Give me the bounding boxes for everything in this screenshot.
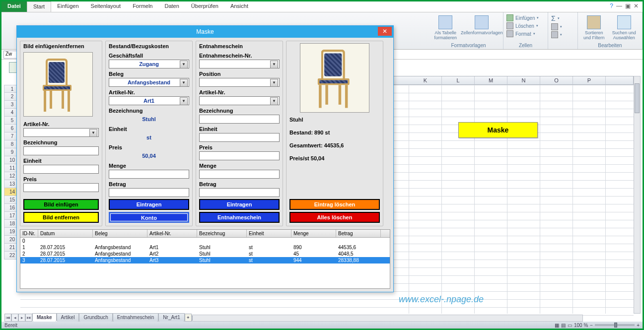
sortieren-icon[interactable]	[587, 15, 601, 29]
label-einheit: Einheit	[199, 126, 280, 132]
tab-nav-last[interactable]: ⏭	[25, 314, 32, 322]
label-preis: Preis	[109, 144, 189, 150]
zoom-controls: ▦ ▤ ▭ 100 % − +	[555, 323, 640, 328]
eintragen-button[interactable]: Eintragen	[109, 199, 189, 210]
menge-field[interactable]	[109, 170, 189, 179]
group-zellen: Einfügen▾ Löschen▾ Format▾ Zellen	[503, 12, 548, 49]
zellen-loeschen[interactable]: Löschen▾	[506, 22, 545, 29]
col-head[interactable]: K	[409, 76, 442, 84]
beleg-combo[interactable]: Anfangsbestand	[109, 78, 189, 87]
fill[interactable]: ▾	[551, 23, 574, 30]
table-row[interactable]: 0	[20, 238, 390, 244]
eintrag-loeschen-button[interactable]: Eintrag löschen	[289, 199, 380, 210]
suchen-button[interactable]: Suchen und Auswählen	[609, 30, 639, 40]
tab-seitenlayout[interactable]: Seitenlayout	[85, 1, 127, 12]
sortieren-button[interactable]: Sortieren und Filtern	[581, 30, 607, 40]
tab-file[interactable]: Datei	[1, 1, 27, 12]
status-ready: Bereit	[4, 323, 17, 328]
zellenformat-button[interactable]: Zellenformatvorlagen	[461, 30, 503, 35]
help-icon[interactable]: ?	[610, 2, 613, 9]
eintragen-button[interactable]: Eintragen	[199, 199, 280, 210]
bild-einfuegen-button[interactable]: Bild einfügen	[23, 199, 99, 210]
col-head[interactable]: L	[442, 76, 475, 84]
entnahme-nr-combo[interactable]	[199, 60, 280, 68]
als-tabelle-button[interactable]: Als Tabelle formatieren	[434, 30, 457, 40]
tab-einfuegen[interactable]: Einfügen	[51, 1, 84, 12]
label-bezeichnung: Bezeichnung	[199, 108, 280, 114]
zoom-out[interactable]: −	[590, 323, 593, 328]
zellen-format[interactable]: Format▾	[506, 30, 545, 37]
sheet-maske-button[interactable]: Maske	[458, 122, 538, 138]
artikel-nr-combo[interactable]	[199, 96, 280, 105]
autosum[interactable]: Σ▾	[551, 14, 574, 22]
sheet-tab-artikel[interactable]: Artikel	[57, 313, 79, 322]
close-icon[interactable]: ✕	[634, 2, 639, 9]
table-row[interactable]: 128.07.2015AnfangsbestandArt1Stuhlst8904…	[20, 244, 390, 251]
einheit-field[interactable]	[199, 133, 280, 142]
tab-nav-first[interactable]: ⏮	[4, 314, 11, 322]
alles-loeschen-button[interactable]: Alles löschen	[289, 212, 380, 223]
preis-field[interactable]	[199, 151, 280, 160]
zoom-value[interactable]: 100 %	[574, 323, 588, 328]
menge-field[interactable]	[199, 170, 280, 179]
view-normal-icon[interactable]: ▦	[555, 323, 559, 328]
col-head[interactable]: O	[540, 76, 573, 84]
position-combo[interactable]	[199, 78, 280, 87]
tab-nav-next[interactable]: ▸	[18, 314, 25, 322]
tab-ueberpruefen[interactable]: Überprüfen	[185, 1, 224, 12]
sheet-tab-entnahmeschein[interactable]: Entnahmeschein	[113, 313, 159, 322]
info-preis: Preis/st 50,04	[289, 155, 380, 161]
konto-button[interactable]: Konto	[109, 212, 189, 223]
tab-start[interactable]: Start	[27, 1, 51, 12]
bezeichnung-field[interactable]	[23, 146, 99, 155]
preis-field[interactable]	[23, 183, 99, 192]
suchen-icon[interactable]	[617, 15, 631, 29]
view-break-icon[interactable]: ▭	[568, 323, 572, 328]
label-einheit: Einheit	[109, 126, 189, 132]
einheit-field[interactable]	[23, 165, 99, 174]
artikel-nr-combo[interactable]: Art1	[109, 96, 189, 105]
dialog-table[interactable]: ID-Nr. Datum Beleg Artikel-Nr. Bezeichnu…	[20, 229, 390, 289]
zellen-einfuegen[interactable]: Einfügen▾	[506, 14, 545, 21]
geschaeftsfall-combo[interactable]: Zugang	[109, 60, 189, 68]
tab-ansicht[interactable]: Ansicht	[224, 1, 254, 12]
table-row[interactable]: 328.07.2015AnfangsbestandArt3Stuhlst9442…	[20, 257, 390, 264]
col-head[interactable]: P	[573, 76, 606, 84]
sheet-tab-nrart1[interactable]: Nr_Art1	[158, 313, 184, 322]
col-head[interactable]: N	[507, 76, 540, 84]
scroll-thumb[interactable]	[635, 83, 640, 113]
zellenformat-icon[interactable]	[475, 15, 489, 29]
tab-formeln[interactable]: Formeln	[127, 1, 158, 12]
label-einheit: Einheit	[23, 158, 99, 164]
betrag-field[interactable]	[199, 188, 280, 197]
table-row[interactable]: 228.07.2015AnfangsbestandArt2Stuhlst4540…	[20, 251, 390, 257]
new-sheet-icon[interactable]: ✦	[185, 314, 192, 322]
tab-nav-prev[interactable]: ◂	[11, 314, 18, 322]
als-tabelle-icon[interactable]	[438, 15, 452, 29]
dialog-title[interactable]: Maske ✕	[17, 26, 393, 38]
label-menge: Menge	[109, 163, 189, 169]
einheit-value: st	[109, 133, 189, 142]
sheet-tab-maske[interactable]: Maske	[32, 313, 57, 322]
sheet-tab-grundbuch[interactable]: Grundbuch	[79, 313, 112, 322]
clear[interactable]: ▾	[551, 31, 574, 38]
vertical-scrollbar[interactable]	[634, 76, 641, 314]
tab-daten[interactable]: Daten	[158, 1, 185, 12]
panel-bild: Bild einfügen/entfernen Artikel-Nr. Beze…	[20, 41, 102, 226]
betrag-field[interactable]	[109, 188, 189, 197]
artikel-nr-combo[interactable]	[23, 128, 99, 137]
dialog-close-button[interactable]: ✕	[378, 27, 392, 36]
restore-icon[interactable]: ▣	[625, 2, 631, 9]
label-position: Position	[199, 71, 280, 77]
view-layout-icon[interactable]: ▤	[561, 323, 566, 328]
col-head[interactable]: M	[475, 76, 507, 84]
bild-entfernen-button[interactable]: Bild entfernen	[23, 212, 99, 223]
panel-title: Bild einfügen/entfernen	[23, 43, 99, 49]
minimize-icon[interactable]: —	[616, 2, 622, 9]
label-entnahme-nr: Entnahmeschein-Nr.	[199, 53, 280, 59]
info-name: Stuhl	[289, 117, 380, 123]
zoom-slider[interactable]	[595, 324, 635, 326]
bezeichnung-field[interactable]	[199, 115, 280, 124]
entnahmeschein-button[interactable]: Entnahmeschein	[199, 212, 280, 223]
zoom-in[interactable]: +	[637, 323, 640, 328]
